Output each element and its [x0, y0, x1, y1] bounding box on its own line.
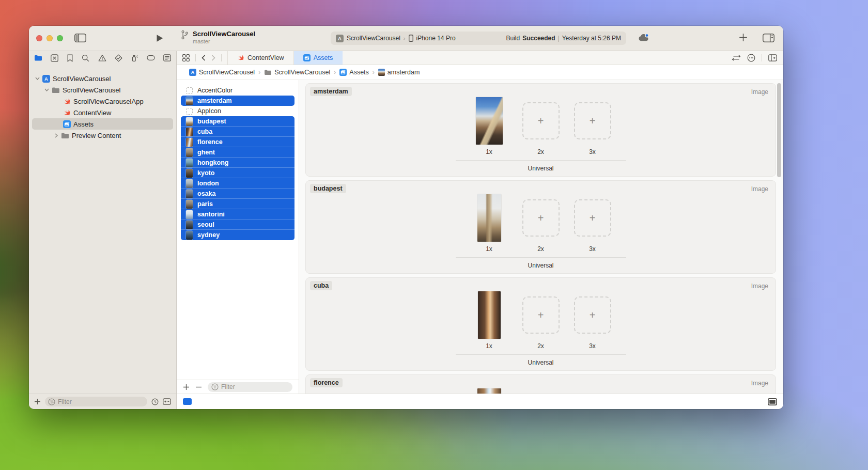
asset-row-sydney[interactable]: sydney [181, 230, 295, 240]
scale-slot-2x[interactable]: + 2x [522, 97, 560, 155]
tree-item-assets[interactable]: Assets [32, 118, 173, 130]
scheme-status-bar[interactable]: A ScrollViewCarousel › iPhone 14 Pro Bui… [331, 32, 626, 45]
filter-scope-icon[interactable] [163, 398, 171, 405]
tab-assets[interactable]: Assets [294, 51, 343, 65]
project-icon: A [189, 69, 196, 76]
minimize-window-button[interactable] [47, 35, 53, 41]
asset-row-kyoto[interactable]: kyoto [181, 168, 295, 178]
scale-slot-1x[interactable]: 1x [471, 388, 508, 394]
asset-row-ghent[interactable]: ghent [181, 147, 295, 158]
cloud-sync-icon[interactable] [638, 33, 649, 42]
project-navigator-icon[interactable] [34, 54, 42, 61]
image-set-amsterdam: amsterdam Image 1x + 2x [305, 83, 776, 177]
scale-slot-2x[interactable]: + 2x [522, 388, 560, 394]
image-set-name-badge[interactable]: amsterdam [310, 87, 352, 96]
close-window-button[interactable] [36, 35, 42, 41]
image-well-empty[interactable]: + [522, 296, 560, 334]
debug-navigator-icon[interactable] [131, 54, 138, 62]
image-well-empty[interactable]: + [522, 199, 560, 237]
asset-row-budapest[interactable]: budapest [181, 116, 295, 127]
disclosure-closed-icon[interactable] [54, 133, 58, 138]
breadcrumb-item-group[interactable]: ScrollViewCarousel [264, 69, 330, 76]
tab-contentview[interactable]: ContentView [227, 51, 294, 65]
image-well-empty[interactable]: + [574, 102, 611, 139]
navigator-filter-input[interactable]: Filter [45, 397, 147, 406]
related-items-grid-icon[interactable] [182, 54, 190, 61]
image-well-filled[interactable] [477, 194, 501, 242]
image-well-empty[interactable]: + [574, 199, 611, 237]
breadcrumb-item-assets[interactable]: Assets [339, 69, 369, 76]
go-forward-icon[interactable] [211, 55, 215, 61]
find-navigator-icon[interactable] [82, 54, 89, 62]
scale-slot-1x[interactable]: 1x [471, 97, 508, 155]
asset-filter-input[interactable]: Filter [208, 382, 292, 392]
issue-navigator-icon[interactable] [98, 54, 106, 61]
add-item-plus-icon[interactable] [34, 398, 41, 405]
editor-scrollbar[interactable] [777, 83, 781, 177]
activity-status[interactable]: Build Succeeded | Yesterday at 5:26 PM [506, 35, 621, 42]
run-button[interactable] [156, 34, 163, 42]
scheme-project-icon: A [336, 35, 344, 42]
disclosure-open-icon[interactable] [44, 88, 49, 91]
scale-slot-2x[interactable]: + 2x [522, 194, 560, 253]
test-navigator-icon[interactable] [115, 54, 122, 62]
image-well-filled[interactable] [477, 388, 501, 394]
scale-slot-3x[interactable]: + 3x [574, 97, 611, 155]
image-set-name-badge[interactable]: budapest [310, 184, 346, 193]
breadcrumb-item-amsterdam[interactable]: amsterdam [378, 69, 420, 76]
scheme-selector[interactable]: A ScrollViewCarousel › iPhone 14 Pro [336, 35, 456, 42]
remove-asset-minus-icon[interactable] [195, 386, 202, 388]
tree-item-swift-file[interactable]: ContentView [32, 107, 173, 118]
asset-row-london[interactable]: london [181, 178, 295, 189]
xcode-window: ScrollViewCarousel master A ScrollViewCa… [29, 26, 783, 409]
breadcrumb-item-project[interactable]: A ScrollViewCarousel [189, 69, 255, 76]
scale-slot-3x[interactable]: + 3x [574, 194, 611, 253]
asset-row-seoul[interactable]: seoul [181, 220, 295, 230]
tree-item-project-root[interactable]: A ScrollViewCarousel [32, 73, 173, 84]
tree-item-group[interactable]: ScrollViewCarousel [32, 84, 173, 96]
editor-options-icon[interactable] [747, 54, 755, 62]
disclosure-open-icon[interactable] [35, 77, 40, 80]
scale-slot-2x[interactable]: + 2x [522, 291, 560, 350]
scale-slot-3x[interactable]: + 3x [574, 291, 611, 350]
recent-files-clock-icon[interactable] [151, 398, 159, 405]
asset-row-osaka[interactable]: osaka [181, 189, 295, 199]
divider [456, 354, 626, 355]
report-navigator-icon[interactable] [163, 54, 171, 61]
editor-tab-bar: ContentView Assets [177, 51, 783, 65]
tree-item-preview-content[interactable]: Preview Content [32, 130, 173, 141]
breakpoint-navigator-icon[interactable] [147, 55, 155, 61]
asset-row-hongkong[interactable]: hongkong [181, 158, 295, 168]
go-back-icon[interactable] [202, 55, 206, 61]
toggle-inspector-sidebar-icon[interactable] [763, 34, 774, 42]
asset-row-cuba[interactable]: cuba [181, 127, 295, 137]
catalog-view-mode-icon[interactable] [183, 398, 192, 405]
idiom-label: Universal [306, 262, 776, 269]
scale-slot-1x[interactable]: 1x [471, 291, 508, 350]
image-set-name-badge[interactable]: florence [310, 378, 343, 387]
scale-slot-3x[interactable]: + 3x [574, 388, 611, 394]
image-well-empty[interactable]: + [574, 296, 611, 334]
image-set-name-badge[interactable]: cuba [310, 281, 332, 290]
asset-row-amsterdam[interactable]: amsterdam [181, 96, 295, 106]
asset-row-florence[interactable]: florence [181, 137, 295, 147]
asset-row-appicon[interactable]: AppIcon [181, 106, 295, 116]
asset-catalog-sidebar: AccentColor amsterdam AppIcon budap [177, 80, 299, 394]
scale-slot-1x[interactable]: 1x [471, 194, 508, 253]
code-review-swap-icon[interactable] [732, 55, 741, 61]
zoom-window-button[interactable] [57, 35, 63, 41]
asset-row-accentcolor[interactable]: AccentColor [181, 85, 295, 96]
image-well-filled[interactable] [478, 291, 501, 339]
add-asset-plus-icon[interactable] [183, 384, 190, 390]
image-well-filled[interactable] [476, 97, 503, 145]
add-editor-icon[interactable] [768, 54, 777, 61]
bookmark-navigator-icon[interactable] [67, 54, 73, 62]
device-preview-icon[interactable] [768, 398, 777, 405]
tree-item-swift-file[interactable]: ScrollViewCarouselApp [32, 96, 173, 107]
image-well-empty[interactable]: + [522, 102, 560, 139]
toggle-navigator-sidebar-icon[interactable] [74, 34, 86, 42]
asset-row-santorini[interactable]: santorini [181, 209, 295, 220]
library-plus-button[interactable] [739, 33, 748, 42]
asset-row-paris[interactable]: paris [181, 199, 295, 209]
source-control-navigator-icon[interactable] [51, 54, 58, 62]
